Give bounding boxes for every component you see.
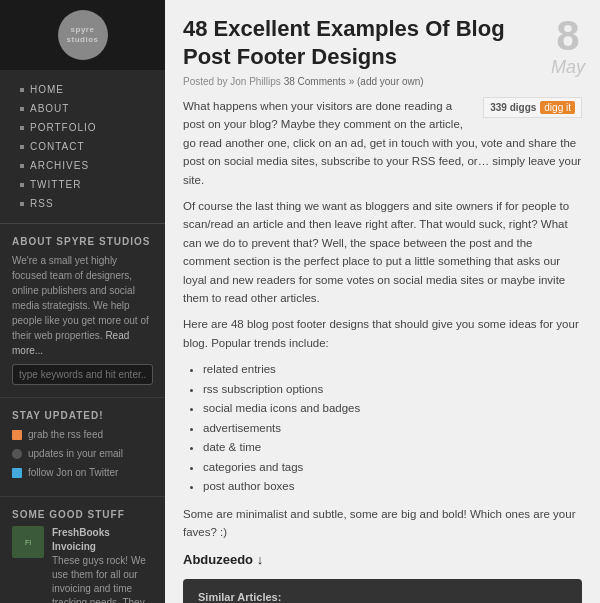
- nav-item-twitter[interactable]: TWITTER: [0, 175, 165, 194]
- digg-count: 339 diggs: [490, 102, 536, 113]
- list-item: post author boxes: [203, 477, 582, 497]
- about-text: We're a small yet highly focused team of…: [12, 253, 153, 358]
- email-icon: [12, 449, 22, 459]
- body-paragraph-4: Some are minimalist and subtle, some are…: [183, 505, 582, 542]
- sgs-desc-0: These guys rock! We use them for all our…: [52, 555, 146, 603]
- stay-label: updates in your email: [28, 446, 123, 461]
- stay-updated-section: STAY UPDATED! grab the rss feedupdates i…: [0, 398, 165, 497]
- nav-bullet: [20, 202, 24, 206]
- nav-bullet: [20, 164, 24, 168]
- stay-item-rss[interactable]: grab the rss feed: [12, 427, 153, 442]
- nav-item-archives[interactable]: ARCHIVES: [0, 156, 165, 175]
- list-item: related entries: [203, 360, 582, 380]
- nav-item-portfolio[interactable]: PORTFOLIO: [0, 118, 165, 137]
- rss-icon: [12, 430, 22, 440]
- add-comment-link[interactable]: (add your own): [357, 76, 424, 87]
- similar-articles-title: Similar Articles:: [198, 591, 567, 603]
- body-paragraph-2: Of course the last thing we want as blog…: [183, 197, 582, 307]
- sgs-text-0: FreshBooks Invoicing These guys rock! We…: [52, 526, 153, 603]
- site-logo[interactable]: spyre studios: [0, 0, 165, 70]
- twitter-icon: [12, 468, 22, 478]
- nav-item-home[interactable]: HOME: [0, 80, 165, 99]
- about-section: ABOUT SPYRE STUDIOS We're a small yet hi…: [0, 224, 165, 398]
- post-list: related entriesrss subscription optionss…: [203, 360, 582, 497]
- good-stuff-item-0: FI FreshBooks Invoicing These guys rock!…: [12, 526, 153, 603]
- sgs-thumb-0: FI: [12, 526, 44, 558]
- stay-label: grab the rss feed: [28, 427, 103, 442]
- list-item: advertisements: [203, 419, 582, 439]
- similar-articles: Similar Articles: Designious Vector Mega…: [183, 579, 582, 603]
- main-nav: HOMEABOUTPORTFOLIOCONTACTARCHIVESTWITTER…: [0, 70, 165, 224]
- stay-updated-title: STAY UPDATED!: [12, 410, 153, 421]
- search-input[interactable]: [12, 364, 153, 385]
- nav-item-rss[interactable]: RSS: [0, 194, 165, 213]
- stay-item-email[interactable]: updates in your email: [12, 446, 153, 461]
- post-title: 48 Excellent Examples Of Blog Post Foote…: [183, 15, 582, 70]
- about-title: ABOUT SPYRE STUDIOS: [12, 236, 153, 247]
- section-heading: Abduzeedo ↓: [183, 552, 582, 567]
- list-item: social media icons and badges: [203, 399, 582, 419]
- nav-item-contact[interactable]: CONTACT: [0, 137, 165, 156]
- comments-link[interactable]: 38 Comments »: [284, 76, 355, 87]
- main-content: 8 May 48 Excellent Examples Of Blog Post…: [165, 0, 600, 603]
- digg-box: 339 diggs digg it: [483, 97, 582, 118]
- nav-bullet: [20, 183, 24, 187]
- list-item: date & time: [203, 438, 582, 458]
- nav-bullet: [20, 126, 24, 130]
- stay-item-twitter[interactable]: follow Jon on Twitter: [12, 465, 153, 480]
- nav-bullet: [20, 88, 24, 92]
- list-item: rss subscription options: [203, 380, 582, 400]
- sidebar: spyre studios HOMEABOUTPORTFOLIOCONTACTA…: [0, 0, 165, 603]
- nav-item-about[interactable]: ABOUT: [0, 99, 165, 118]
- logo-circle: spyre studios: [58, 10, 108, 60]
- post-meta: Posted by Jon Phillips 38 Comments » (ad…: [183, 76, 582, 87]
- date-month: May: [551, 57, 585, 78]
- nav-bullet: [20, 107, 24, 111]
- body-paragraph-3: Here are 48 blog post footer designs tha…: [183, 315, 582, 352]
- date-badge: 8 May: [551, 15, 585, 78]
- date-day: 8: [551, 15, 585, 57]
- stay-label: follow Jon on Twitter: [28, 465, 118, 480]
- sgs-title-0[interactable]: FreshBooks Invoicing: [52, 526, 153, 554]
- nav-bullet: [20, 145, 24, 149]
- digg-button[interactable]: digg it: [540, 101, 575, 114]
- good-stuff-section: SOME GOOD STUFF FI FreshBooks Invoicing …: [0, 497, 165, 603]
- list-item: categories and tags: [203, 458, 582, 478]
- post-body: 339 diggs digg it What happens when your…: [183, 97, 582, 603]
- good-stuff-title: SOME GOOD STUFF: [12, 509, 153, 520]
